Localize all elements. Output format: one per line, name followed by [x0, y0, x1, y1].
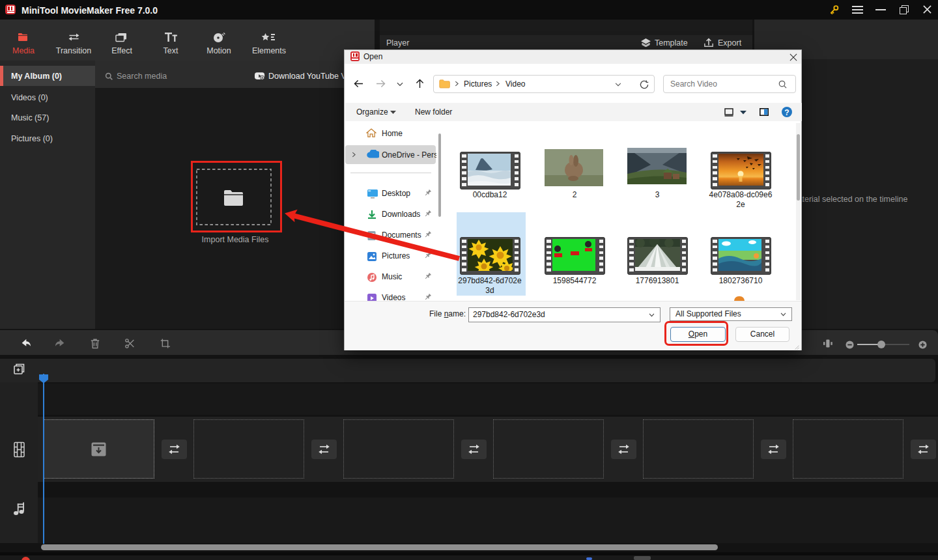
svg-text:?: ?	[784, 108, 789, 117]
